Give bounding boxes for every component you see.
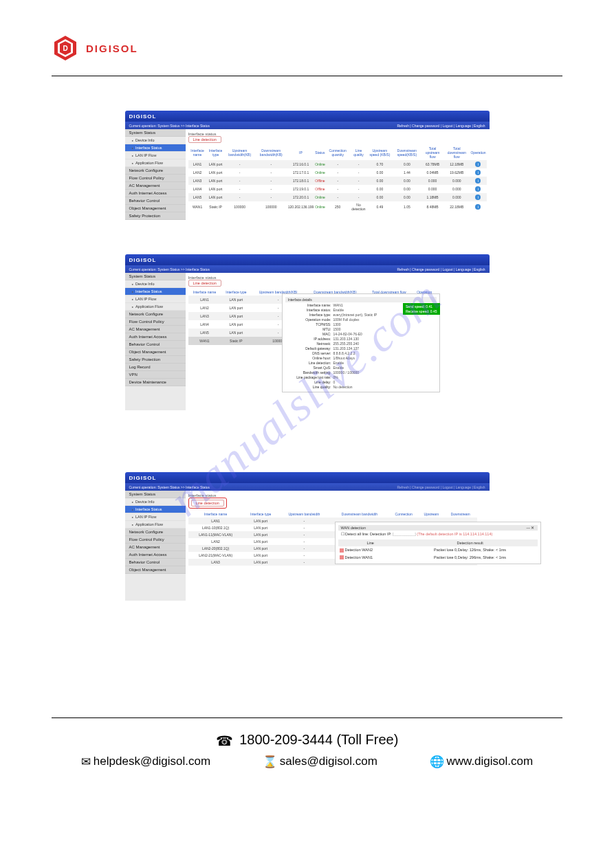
detail-value: 100M Full duplex	[333, 318, 360, 322]
cell: 0.00	[367, 185, 392, 193]
cell: -	[278, 545, 330, 552]
cell: Packet lose 0,Delay: 126ms, Shake: < 1ms	[403, 546, 538, 554]
breadcrumb-bar: Current operation: System Status >> Inte…	[125, 483, 490, 491]
sidebar-item[interactable]: Interface Status	[125, 144, 186, 152]
sidebar-group[interactable]: Object Management	[125, 205, 186, 212]
cell: LAN4	[188, 185, 207, 193]
cell: -	[278, 552, 330, 559]
col-header: Status	[314, 145, 325, 160]
cell: 1.44	[393, 168, 421, 177]
detail-label: Operation mode:	[285, 318, 333, 322]
sidebar-group[interactable]: Network Configure	[125, 311, 186, 318]
cell: -	[326, 168, 350, 177]
sidebar-group[interactable]: AC Management	[125, 544, 186, 551]
sidebar-group[interactable]: Auth Internet Access	[125, 333, 186, 341]
sidebar-item[interactable]: Device Info	[125, 280, 186, 288]
cell: Offline	[314, 185, 325, 193]
cell: 172.18.0.1	[287, 177, 315, 185]
detail-label: MTU:	[285, 327, 333, 331]
operation-cell[interactable]: i	[470, 177, 486, 185]
cell: -	[350, 160, 367, 168]
sidebar-item[interactable]: Application Flow	[125, 159, 186, 167]
info-icon[interactable]: i	[475, 204, 481, 210]
detail-row: Operation mode:100M Full duplex	[285, 317, 437, 322]
sidebar-item[interactable]: LAN IP Flow	[125, 513, 186, 521]
footer-sales: ⌛sales@digisol.com	[263, 755, 377, 769]
sidebar-group[interactable]: Log Record	[125, 364, 186, 371]
cell: LAN port	[243, 552, 278, 559]
sidebar-group[interactable]: Flow Control Policy	[125, 536, 186, 544]
operation-cell[interactable]: i	[470, 193, 486, 201]
sidebar-group[interactable]: Object Management	[125, 566, 186, 574]
sidebar-group[interactable]: VPN	[125, 371, 186, 379]
operation-cell[interactable]: i	[470, 185, 486, 193]
sidebar-item[interactable]: Application Flow	[125, 521, 186, 528]
breadcrumb-bar: Current operation: System Status >> Inte…	[125, 122, 490, 129]
sidebar-group[interactable]: System Status	[125, 273, 186, 280]
cell: Online	[314, 201, 325, 212]
detect-ip-input[interactable]: [__________]	[392, 532, 416, 536]
operation-cell[interactable]: i	[470, 168, 486, 177]
info-icon[interactable]: i	[475, 186, 481, 192]
table-row: Detection WAN1Packet lose 0,Delay: 296ms…	[338, 554, 538, 561]
sidebar-item[interactable]: Device Info	[125, 137, 186, 144]
line-detection-button[interactable]: Line detection	[191, 500, 224, 507]
sidebar-item[interactable]: Interface Status	[125, 506, 186, 513]
sidebar-group[interactable]: AC Management	[125, 326, 186, 333]
header-links[interactable]: Refresh | Change password | Logout | Lan…	[397, 267, 485, 271]
sidebar-group[interactable]: System Status	[125, 491, 186, 498]
cell: LAN3	[188, 177, 207, 185]
breadcrumb: Current operation: System Status >> Inte…	[129, 267, 210, 271]
sidebar-group[interactable]: Auth Internet Access	[125, 190, 186, 197]
line-detection-button[interactable]: Line detection	[188, 136, 221, 143]
cell: LAN2	[188, 168, 207, 177]
sidebar-group[interactable]: Flow Control Policy	[125, 318, 186, 326]
sidebar-item[interactable]: Application Flow	[125, 303, 186, 311]
sidebar-group[interactable]: Behavior Control	[125, 341, 186, 348]
sidebar-group[interactable]: Flow Control Policy	[125, 175, 186, 182]
sidebar-group[interactable]: Behavior Control	[125, 559, 186, 566]
sidebar-group[interactable]: Behavior Control	[125, 197, 186, 205]
cell: 172.19.0.1	[287, 185, 315, 193]
detail-value: 100000 / 100000	[333, 370, 360, 375]
detail-value: 0%	[333, 375, 338, 379]
operation-cell[interactable]: i	[470, 201, 486, 212]
sidebar-group[interactable]: Safety Protection	[125, 356, 186, 364]
sidebar-group[interactable]: AC Management	[125, 182, 186, 190]
sidebar-item[interactable]: Interface Status	[125, 288, 186, 296]
table-row: Detection WAN2Packet lose 0,Delay: 126ms…	[338, 546, 538, 554]
cell: -	[350, 177, 367, 185]
app-title: DIGISOL	[129, 113, 157, 120]
close-icon[interactable]: — ✕	[526, 526, 534, 530]
col-header: Downstream speed(KB/S)	[393, 145, 421, 160]
sidebar-group[interactable]: Network Configure	[125, 167, 186, 175]
sidebar-group[interactable]: Safety Protection	[125, 212, 186, 220]
sidebar-item[interactable]: LAN IP Flow	[125, 296, 186, 303]
cell: LAN port	[221, 304, 251, 312]
sidebar-group[interactable]: Auth Internet Access	[125, 551, 186, 559]
header-links[interactable]: Refresh | Change password | Logout | Lan…	[397, 485, 485, 489]
info-icon[interactable]: i	[475, 162, 481, 167]
info-icon[interactable]: i	[475, 194, 481, 200]
line-detection-button[interactable]: Line detection	[188, 280, 221, 287]
header-links[interactable]: Refresh | Change password | Logout | Lan…	[397, 124, 485, 128]
sidebar-group[interactable]: Network Configure	[125, 528, 186, 536]
sidebar-item[interactable]: Device Info	[125, 498, 186, 506]
info-icon[interactable]: i	[475, 170, 481, 175]
sidebar-item[interactable]: LAN IP Flow	[125, 152, 186, 159]
detail-label: Interface status:	[285, 308, 333, 312]
screenshot-1: DIGISOL Current operation: System Status…	[125, 111, 490, 220]
cell: LAN2	[188, 304, 221, 312]
operation-cell[interactable]: i	[470, 160, 486, 168]
detail-label: Line detection:	[285, 361, 333, 365]
screenshot-2: DIGISOL Current operation: System Status…	[125, 254, 490, 410]
cell: 0.000	[421, 177, 443, 185]
cell: LAN port	[207, 177, 225, 185]
info-icon[interactable]: i	[475, 178, 481, 183]
wan-detection-popup: WAN detection— ✕☐ Detect all line: Detec…	[335, 522, 541, 564]
cell: 0.04MB	[421, 168, 443, 177]
sidebar-group[interactable]: Object Management	[125, 348, 186, 356]
sidebar-group[interactable]: System Status	[125, 129, 186, 137]
cell: 100000	[255, 201, 287, 212]
sidebar-group[interactable]: Device Maintenance	[125, 379, 186, 386]
